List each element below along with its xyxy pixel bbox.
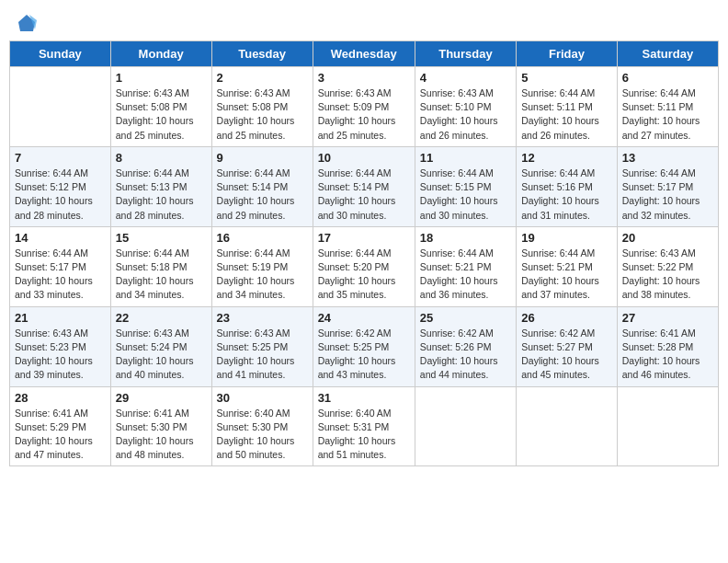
calendar-cell: 26Sunrise: 6:42 AM Sunset: 5:27 PM Dayli… <box>517 306 618 386</box>
day-number: 25 <box>420 311 511 325</box>
calendar-cell: 25Sunrise: 6:42 AM Sunset: 5:26 PM Dayli… <box>415 306 516 386</box>
calendar-cell: 9Sunrise: 6:44 AM Sunset: 5:14 PM Daylig… <box>211 146 313 226</box>
calendar-cell: 6Sunrise: 6:44 AM Sunset: 5:11 PM Daylig… <box>617 67 718 147</box>
calendar-cell: 11Sunrise: 6:44 AM Sunset: 5:15 PM Dayli… <box>415 146 516 226</box>
logo-icon <box>17 13 37 33</box>
calendar-cell: 3Sunrise: 6:43 AM Sunset: 5:09 PM Daylig… <box>313 67 415 147</box>
day-info: Sunrise: 6:44 AM Sunset: 5:18 PM Dayligh… <box>116 247 207 303</box>
day-info: Sunrise: 6:42 AM Sunset: 5:26 PM Dayligh… <box>420 327 511 383</box>
day-number: 3 <box>318 71 410 85</box>
calendar-cell: 21Sunrise: 6:43 AM Sunset: 5:23 PM Dayli… <box>10 306 111 386</box>
day-number: 26 <box>521 311 612 325</box>
calendar-cell <box>517 386 618 466</box>
day-number: 22 <box>116 311 207 325</box>
day-number: 9 <box>217 151 308 165</box>
day-number: 8 <box>116 151 207 165</box>
day-info: Sunrise: 6:43 AM Sunset: 5:24 PM Dayligh… <box>116 327 207 383</box>
day-number: 18 <box>420 231 511 245</box>
day-info: Sunrise: 6:43 AM Sunset: 5:08 PM Dayligh… <box>217 86 308 143</box>
day-of-week-header: Thursday <box>415 41 516 67</box>
day-info: Sunrise: 6:44 AM Sunset: 5:19 PM Dayligh… <box>217 247 308 303</box>
calendar-cell: 29Sunrise: 6:41 AM Sunset: 5:30 PM Dayli… <box>110 386 211 466</box>
day-number: 16 <box>217 231 308 245</box>
day-info: Sunrise: 6:44 AM Sunset: 5:13 PM Dayligh… <box>116 167 207 223</box>
calendar-cell: 22Sunrise: 6:43 AM Sunset: 5:24 PM Dayli… <box>110 306 211 386</box>
calendar-cell <box>415 386 516 466</box>
day-info: Sunrise: 6:40 AM Sunset: 5:30 PM Dayligh… <box>217 407 308 463</box>
day-number: 2 <box>217 71 308 85</box>
calendar: SundayMondayTuesdayWednesdayThursdayFrid… <box>9 40 719 466</box>
day-number: 21 <box>15 311 106 325</box>
day-number: 12 <box>521 151 612 165</box>
day-number: 11 <box>420 151 511 165</box>
day-info: Sunrise: 6:41 AM Sunset: 5:30 PM Dayligh… <box>116 407 207 463</box>
calendar-cell: 10Sunrise: 6:44 AM Sunset: 5:14 PM Dayli… <box>313 146 415 226</box>
header <box>9 9 719 33</box>
day-number: 15 <box>116 231 207 245</box>
calendar-cell: 14Sunrise: 6:44 AM Sunset: 5:17 PM Dayli… <box>10 226 111 306</box>
calendar-cell: 20Sunrise: 6:43 AM Sunset: 5:22 PM Dayli… <box>617 226 718 306</box>
day-info: Sunrise: 6:44 AM Sunset: 5:16 PM Dayligh… <box>521 167 612 223</box>
day-info: Sunrise: 6:44 AM Sunset: 5:14 PM Dayligh… <box>217 167 308 223</box>
day-number: 1 <box>116 71 207 85</box>
calendar-cell: 15Sunrise: 6:44 AM Sunset: 5:18 PM Dayli… <box>110 226 211 306</box>
day-number: 5 <box>521 71 612 85</box>
day-info: Sunrise: 6:42 AM Sunset: 5:25 PM Dayligh… <box>318 327 410 383</box>
day-of-week-header: Wednesday <box>313 41 415 67</box>
calendar-cell: 12Sunrise: 6:44 AM Sunset: 5:16 PM Dayli… <box>517 146 618 226</box>
day-of-week-header: Saturday <box>617 41 718 67</box>
day-info: Sunrise: 6:43 AM Sunset: 5:08 PM Dayligh… <box>116 86 207 143</box>
day-info: Sunrise: 6:44 AM Sunset: 5:14 PM Dayligh… <box>318 167 410 223</box>
calendar-cell: 27Sunrise: 6:41 AM Sunset: 5:28 PM Dayli… <box>617 306 718 386</box>
day-info: Sunrise: 6:44 AM Sunset: 5:17 PM Dayligh… <box>15 247 106 303</box>
day-number: 13 <box>622 151 713 165</box>
day-info: Sunrise: 6:43 AM Sunset: 5:09 PM Dayligh… <box>318 86 410 143</box>
day-number: 7 <box>15 151 106 165</box>
day-number: 4 <box>420 71 511 85</box>
calendar-cell: 23Sunrise: 6:43 AM Sunset: 5:25 PM Dayli… <box>211 306 313 386</box>
day-info: Sunrise: 6:43 AM Sunset: 5:25 PM Dayligh… <box>217 327 308 383</box>
day-info: Sunrise: 6:43 AM Sunset: 5:23 PM Dayligh… <box>15 327 106 383</box>
day-number: 10 <box>318 151 410 165</box>
day-number: 24 <box>318 311 410 325</box>
day-number: 29 <box>116 391 207 405</box>
calendar-cell: 24Sunrise: 6:42 AM Sunset: 5:25 PM Dayli… <box>313 306 415 386</box>
day-of-week-header: Sunday <box>10 41 111 67</box>
day-of-week-header: Monday <box>110 41 211 67</box>
day-number: 23 <box>217 311 308 325</box>
day-info: Sunrise: 6:44 AM Sunset: 5:11 PM Dayligh… <box>622 86 713 143</box>
day-of-week-header: Friday <box>517 41 618 67</box>
calendar-cell: 28Sunrise: 6:41 AM Sunset: 5:29 PM Dayli… <box>10 386 111 466</box>
day-info: Sunrise: 6:44 AM Sunset: 5:21 PM Dayligh… <box>420 247 511 303</box>
logo <box>15 13 37 29</box>
calendar-cell: 17Sunrise: 6:44 AM Sunset: 5:20 PM Dayli… <box>313 226 415 306</box>
calendar-cell: 30Sunrise: 6:40 AM Sunset: 5:30 PM Dayli… <box>211 386 313 466</box>
calendar-cell: 31Sunrise: 6:40 AM Sunset: 5:31 PM Dayli… <box>313 386 415 466</box>
day-number: 31 <box>318 391 410 405</box>
day-info: Sunrise: 6:43 AM Sunset: 5:22 PM Dayligh… <box>622 247 713 303</box>
calendar-cell: 7Sunrise: 6:44 AM Sunset: 5:12 PM Daylig… <box>10 146 111 226</box>
calendar-cell: 16Sunrise: 6:44 AM Sunset: 5:19 PM Dayli… <box>211 226 313 306</box>
day-info: Sunrise: 6:44 AM Sunset: 5:21 PM Dayligh… <box>521 247 612 303</box>
day-info: Sunrise: 6:44 AM Sunset: 5:12 PM Dayligh… <box>15 167 106 223</box>
day-info: Sunrise: 6:44 AM Sunset: 5:11 PM Dayligh… <box>521 86 612 143</box>
calendar-cell: 2Sunrise: 6:43 AM Sunset: 5:08 PM Daylig… <box>211 67 313 147</box>
calendar-cell: 19Sunrise: 6:44 AM Sunset: 5:21 PM Dayli… <box>517 226 618 306</box>
calendar-cell: 4Sunrise: 6:43 AM Sunset: 5:10 PM Daylig… <box>415 67 516 147</box>
day-info: Sunrise: 6:44 AM Sunset: 5:17 PM Dayligh… <box>622 167 713 223</box>
day-info: Sunrise: 6:41 AM Sunset: 5:28 PM Dayligh… <box>622 327 713 383</box>
day-info: Sunrise: 6:44 AM Sunset: 5:20 PM Dayligh… <box>318 247 410 303</box>
day-number: 28 <box>15 391 106 405</box>
calendar-cell: 1Sunrise: 6:43 AM Sunset: 5:08 PM Daylig… <box>110 67 211 147</box>
calendar-cell: 8Sunrise: 6:44 AM Sunset: 5:13 PM Daylig… <box>110 146 211 226</box>
day-number: 27 <box>622 311 713 325</box>
day-number: 17 <box>318 231 410 245</box>
day-number: 19 <box>521 231 612 245</box>
calendar-cell <box>617 386 718 466</box>
calendar-cell: 5Sunrise: 6:44 AM Sunset: 5:11 PM Daylig… <box>517 67 618 147</box>
day-info: Sunrise: 6:42 AM Sunset: 5:27 PM Dayligh… <box>521 327 612 383</box>
day-of-week-header: Tuesday <box>211 41 313 67</box>
calendar-cell <box>10 67 111 147</box>
day-info: Sunrise: 6:44 AM Sunset: 5:15 PM Dayligh… <box>420 167 511 223</box>
calendar-cell: 18Sunrise: 6:44 AM Sunset: 5:21 PM Dayli… <box>415 226 516 306</box>
